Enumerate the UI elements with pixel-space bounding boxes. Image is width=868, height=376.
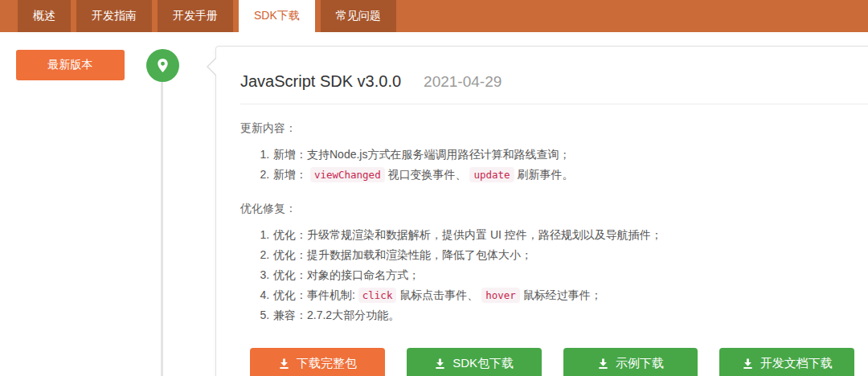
inline-code: hover: [481, 288, 520, 303]
changelog-item: 优化：提升数据加载和渲染性能，降低了包体大小；: [272, 245, 854, 265]
download-docs-button[interactable]: 开发文档下载: [719, 348, 854, 376]
section-heading-updates: 更新内容：: [240, 121, 854, 136]
inline-code: update: [469, 167, 514, 182]
timeline-marker: [146, 49, 179, 82]
release-title: JavaScript SDK v3.0.0: [240, 72, 401, 91]
download-button-label: SDK包下载: [452, 356, 514, 371]
release-header: JavaScript SDK v3.0.0 2021-04-29: [240, 72, 854, 91]
release-date: 2021-04-29: [424, 73, 502, 91]
timeline-line: [161, 80, 163, 376]
tab-sdk-download[interactable]: SDK下载: [239, 0, 315, 32]
changelog-item: 优化：对象的接口命名方式；: [272, 265, 854, 285]
navbar-tabs: 概述开发指南开发手册SDK下载常见问题: [18, 0, 396, 32]
download-examples-button[interactable]: 示例下载: [563, 348, 698, 376]
latest-version-button[interactable]: 最新版本: [16, 50, 125, 80]
download-icon: [597, 358, 609, 370]
download-icon: [278, 358, 290, 370]
map-pin-icon: [154, 56, 172, 75]
download-icon: [742, 358, 754, 370]
changelog-item: 新增：支持Node.js方式在服务端调用路径计算和路线查询；: [272, 145, 854, 165]
changelog-item: 优化：事件机制: click 鼠标点击事件、 hover 鼠标经过事件；: [272, 285, 854, 305]
download-button-label: 示例下载: [616, 356, 664, 371]
download-sdk-button[interactable]: SDK包下载: [407, 348, 542, 376]
inline-code: viewChanged: [310, 167, 385, 182]
changelog-item: 兼容：2.7.2大部分功能。: [272, 305, 854, 325]
tab-faq[interactable]: 常见问题: [321, 0, 396, 32]
download-button-label: 下载完整包: [297, 356, 357, 371]
tab-dev-guide[interactable]: 开发指南: [76, 0, 152, 32]
top-navbar: 概述开发指南开发手册SDK下载常见问题: [0, 0, 868, 32]
release-card: JavaScript SDK v3.0.0 2021-04-29 更新内容： 新…: [215, 46, 868, 376]
section-heading-fixes: 优化修复：: [240, 202, 854, 216]
download-full-package-button[interactable]: 下载完整包: [250, 348, 385, 376]
title-divider: [240, 104, 868, 104]
updates-list: 新增：支持Node.js方式在服务端调用路径计算和路线查询；新增： viewCh…: [240, 145, 854, 185]
changelog-item: 优化：升级常规渲染和数据解析，提供内置 UI 控件，路径规划以及导航插件；: [272, 225, 854, 245]
download-icon: [434, 358, 446, 370]
download-buttons-row: 下载完整包 SDK包下载 示例下载 开发文档下载: [250, 348, 854, 376]
tab-dev-manual[interactable]: 开发手册: [158, 0, 233, 32]
fixes-list: 优化：升级常规渲染和数据解析，提供内置 UI 控件，路径规划以及导航插件；优化：…: [240, 225, 854, 325]
tab-overview[interactable]: 概述: [18, 0, 71, 32]
download-button-label: 开发文档下载: [760, 356, 833, 371]
changelog-item: 新增： viewChanged 视口变换事件、 update 刷新事件。: [272, 165, 854, 185]
inline-code: click: [358, 288, 397, 303]
